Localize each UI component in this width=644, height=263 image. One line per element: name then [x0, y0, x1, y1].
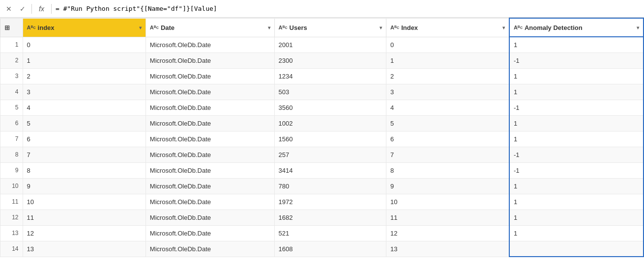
cell-index: 0 [23, 37, 146, 53]
cell-anomaly: 1 [509, 115, 644, 131]
row-num-cell: 2 [0, 53, 23, 68]
table-body: 1 0 Microsoft.OleDb.Date 2001 0 1 2 1 Mi… [0, 37, 644, 257]
col-label-users: ABC Users [279, 24, 307, 31]
cell-date: Microsoft.OleDb.Date [146, 84, 274, 100]
cell-index: 6 [23, 131, 146, 147]
col-dropdown-date[interactable]: ▾ [268, 25, 270, 30]
check-icon[interactable]: ✓ [18, 4, 28, 14]
cell-index: 8 [23, 162, 146, 178]
table-row: 9 8 Microsoft.OleDb.Date 3414 8 -1 [0, 162, 644, 178]
cell-anomaly: 1 [509, 178, 644, 194]
col-type-icon-index2: ABC [390, 25, 399, 30]
fx-label: fx [36, 5, 47, 13]
table-row: 8 7 Microsoft.OleDb.Date 257 7 -1 [0, 147, 644, 162]
cell-index: 3 [23, 84, 146, 100]
cell-users: 3560 [274, 100, 386, 115]
table-row: 11 10 Microsoft.OleDb.Date 1972 10 1 [0, 194, 644, 210]
cell-anomaly: -1 [509, 100, 644, 115]
cell-users: 1608 [274, 241, 386, 257]
row-num-cell: 10 [0, 178, 23, 194]
table-row: 7 6 Microsoft.OleDb.Date 1560 6 1 [0, 131, 644, 147]
cell-date: Microsoft.OleDb.Date [146, 194, 274, 210]
row-num-header: ⊞ [0, 18, 23, 37]
cell-index2: 3 [386, 84, 509, 100]
table-row: 12 11 Microsoft.OleDb.Date 1682 11 1 [0, 210, 644, 225]
table-row: 4 3 Microsoft.OleDb.Date 503 3 1 [0, 84, 644, 100]
cell-users: 503 [274, 84, 386, 100]
table-row: 2 1 Microsoft.OleDb.Date 2300 1 -1 [0, 53, 644, 68]
cell-index2: 11 [386, 210, 509, 225]
cell-anomaly: 1 [509, 37, 644, 53]
cell-index2: 6 [386, 131, 509, 147]
row-num-cell: 3 [0, 68, 23, 84]
cell-date: Microsoft.OleDb.Date [146, 210, 274, 225]
cell-index: 13 [23, 241, 146, 257]
cell-index: 11 [23, 210, 146, 225]
cell-index2: 13 [386, 241, 509, 257]
col-label-date: ABC Date [150, 24, 175, 31]
row-num-cell: 7 [0, 131, 23, 147]
col-header-index2[interactable]: ABC Index ▾ [386, 18, 509, 37]
cell-anomaly: 1 [509, 225, 644, 241]
table-row: 10 9 Microsoft.OleDb.Date 780 9 1 [0, 178, 644, 194]
col-label-index: ABC index [27, 24, 55, 31]
col-dropdown-index2[interactable]: ▾ [502, 25, 505, 30]
cell-index: 10 [23, 194, 146, 210]
cell-index: 9 [23, 178, 146, 194]
col-header-date[interactable]: ABC Date ▾ [146, 18, 274, 37]
row-num-cell: 6 [0, 115, 23, 131]
table-row: 6 5 Microsoft.OleDb.Date 1002 5 1 [0, 115, 644, 131]
cell-users: 2001 [274, 37, 386, 53]
col-dropdown-anomaly[interactable]: ▾ [637, 25, 639, 30]
cell-date: Microsoft.OleDb.Date [146, 37, 274, 53]
row-num-cell: 13 [0, 225, 23, 241]
cell-anomaly: 1 [509, 84, 644, 100]
cell-date: Microsoft.OleDb.Date [146, 68, 274, 84]
data-table: ⊞ ABC index ▾ [0, 18, 644, 257]
formula-divider [31, 4, 32, 14]
cell-users: 1002 [274, 115, 386, 131]
grid-icon: ⊞ [4, 24, 10, 31]
cell-users: 3414 [274, 162, 386, 178]
table-row: 14 13 Microsoft.OleDb.Date 1608 13 [0, 241, 644, 257]
cell-anomaly: -1 [509, 53, 644, 68]
col-header-users[interactable]: ABC Users ▾ [274, 18, 386, 37]
formula-input[interactable] [56, 5, 640, 12]
cell-date: Microsoft.OleDb.Date [146, 241, 274, 257]
col-type-icon-index: ABC [27, 25, 36, 30]
row-num-cell: 11 [0, 194, 23, 210]
cell-anomaly: 1 [509, 68, 644, 84]
cell-date: Microsoft.OleDb.Date [146, 115, 274, 131]
table-row: 13 12 Microsoft.OleDb.Date 521 12 1 [0, 225, 644, 241]
col-label-anomaly: ABC Anomaly Detection [514, 24, 583, 31]
cell-index2: 9 [386, 178, 509, 194]
col-type-icon-date: ABC [150, 25, 159, 30]
cell-anomaly: -1 [509, 147, 644, 162]
cell-date: Microsoft.OleDb.Date [146, 53, 274, 68]
row-num-cell: 9 [0, 162, 23, 178]
cell-index: 7 [23, 147, 146, 162]
cell-index: 2 [23, 68, 146, 84]
col-dropdown-users[interactable]: ▾ [380, 25, 382, 30]
cell-users: 1682 [274, 210, 386, 225]
cell-anomaly [509, 241, 644, 257]
col-type-icon-users: ABC [279, 25, 288, 30]
col-type-icon-anomaly: ABC [514, 25, 523, 30]
table-row: 3 2 Microsoft.OleDb.Date 1234 2 1 [0, 68, 644, 84]
row-num-cell: 8 [0, 147, 23, 162]
col-header-index[interactable]: ABC index ▾ [23, 18, 146, 37]
cell-anomaly: -1 [509, 162, 644, 178]
col-header-anomaly[interactable]: ABC Anomaly Detection ▾ [509, 18, 644, 37]
cell-date: Microsoft.OleDb.Date [146, 100, 274, 115]
cell-index2: 0 [386, 37, 509, 53]
cell-users: 257 [274, 147, 386, 162]
cell-index2: 4 [386, 100, 509, 115]
cell-index2: 7 [386, 147, 509, 162]
col-dropdown-index[interactable]: ▾ [139, 25, 142, 30]
row-num-cell: 5 [0, 100, 23, 115]
cell-anomaly: 1 [509, 131, 644, 147]
table-row: 1 0 Microsoft.OleDb.Date 2001 0 1 [0, 37, 644, 53]
cell-date: Microsoft.OleDb.Date [146, 225, 274, 241]
close-icon[interactable]: ✕ [4, 4, 14, 14]
cell-users: 1560 [274, 131, 386, 147]
